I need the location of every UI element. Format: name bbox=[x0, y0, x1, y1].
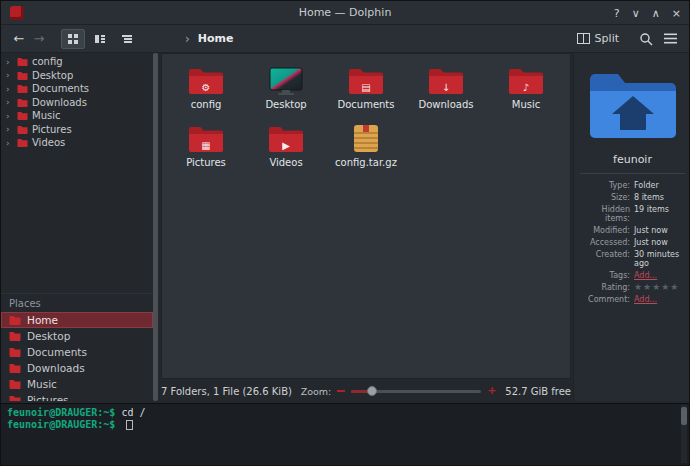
tree-item-desktop[interactable]: ›Desktop bbox=[1, 69, 153, 83]
expander-icon[interactable]: › bbox=[6, 57, 13, 67]
home-folder-icon bbox=[9, 315, 21, 325]
zoom-in-icon[interactable]: + bbox=[487, 386, 496, 396]
zoom-slider-handle[interactable] bbox=[367, 386, 377, 396]
document-emblem-icon: ▤ bbox=[327, 82, 405, 93]
details-view-button[interactable] bbox=[115, 29, 139, 49]
terminal-line: feunoir@DRAUGER:~$ bbox=[7, 419, 685, 431]
pictures-folder-icon bbox=[17, 125, 28, 134]
info-value: Folder bbox=[634, 181, 687, 190]
places-item-desktop[interactable]: Desktop bbox=[1, 328, 153, 344]
split-button[interactable]: Split bbox=[577, 32, 619, 45]
info-value: Just now bbox=[634, 226, 687, 235]
places-item-music[interactable]: Music bbox=[1, 376, 153, 392]
split-button-label: Split bbox=[595, 32, 619, 45]
places-item-label: Home bbox=[27, 314, 58, 326]
file-item-documents[interactable]: ▤ Documents bbox=[327, 62, 405, 110]
search-button[interactable] bbox=[635, 32, 657, 46]
file-name: config bbox=[167, 99, 245, 110]
places-item-label: Music bbox=[27, 378, 57, 390]
file-item-videos[interactable]: ▶ Videos bbox=[247, 120, 325, 168]
search-icon bbox=[639, 32, 653, 46]
icons-view-button[interactable] bbox=[61, 29, 85, 49]
file-item-archive[interactable]: config.tar.gz bbox=[327, 120, 405, 168]
file-name: Pictures bbox=[167, 157, 245, 168]
breadcrumb-location[interactable]: Home bbox=[198, 32, 234, 45]
expander-icon[interactable]: › bbox=[6, 124, 13, 134]
terminal-command: cd / bbox=[121, 407, 145, 418]
back-button[interactable]: ← bbox=[9, 31, 29, 46]
file-item-pictures[interactable]: ▦ Pictures bbox=[167, 120, 245, 168]
free-space: 52.7 GiB free bbox=[505, 386, 571, 397]
videos-folder-icon: ▶ bbox=[247, 120, 325, 154]
minimize-button[interactable]: ∨ bbox=[632, 7, 640, 20]
archive-icon bbox=[327, 120, 405, 154]
compact-view-button[interactable] bbox=[88, 29, 112, 49]
info-value: 30 minutes ago bbox=[634, 250, 687, 268]
tree-item-videos[interactable]: ›Videos bbox=[1, 136, 153, 150]
expander-icon[interactable]: › bbox=[6, 111, 13, 121]
file-name: Videos bbox=[247, 157, 325, 168]
places-item-documents[interactable]: Documents bbox=[1, 344, 153, 360]
documents-folder-icon: ▤ bbox=[327, 62, 405, 96]
help-button[interactable]: ? bbox=[614, 7, 620, 20]
maximize-button[interactable]: ∧ bbox=[652, 7, 660, 20]
file-item-desktop[interactable]: Desktop bbox=[247, 62, 325, 110]
folder-icon: ⚙ bbox=[167, 62, 245, 96]
items-summary: 7 Folders, 1 File (26.6 KiB) bbox=[161, 386, 292, 397]
terminal-scrollbar[interactable] bbox=[681, 407, 687, 425]
info-row-tags: Tags:Add... bbox=[574, 271, 690, 280]
folder-icon bbox=[17, 84, 28, 93]
expander-icon[interactable]: › bbox=[6, 70, 13, 80]
selected-item-name: feunoir bbox=[574, 153, 690, 166]
info-label: Modified: bbox=[578, 226, 634, 235]
places-item-label: Pictures bbox=[27, 394, 69, 401]
menu-button[interactable] bbox=[659, 33, 681, 44]
info-row-modified: Modified:Just now bbox=[574, 226, 690, 235]
pictures-folder-icon bbox=[9, 395, 21, 401]
tree-item-label: Music bbox=[32, 110, 60, 121]
tree-item-music[interactable]: ›Music bbox=[1, 109, 153, 123]
info-label: Type: bbox=[578, 181, 634, 190]
expander-icon[interactable]: › bbox=[6, 97, 13, 107]
tree-item-config[interactable]: ›config bbox=[1, 55, 153, 69]
forward-button[interactable]: → bbox=[29, 31, 49, 46]
info-row-accessed: Accessed:Just now bbox=[574, 238, 690, 247]
file-view[interactable]: ⚙ config Desktop ▤ Documents ↓ Downloads bbox=[161, 53, 571, 379]
expander-icon[interactable]: › bbox=[6, 84, 13, 94]
tree-item-documents[interactable]: ›Documents bbox=[1, 82, 153, 96]
places-item-label: Documents bbox=[27, 346, 87, 358]
places-item-label: Downloads bbox=[27, 362, 85, 374]
split-pane-icon bbox=[577, 33, 590, 44]
expander-icon[interactable]: › bbox=[6, 138, 13, 148]
file-item-downloads[interactable]: ↓ Downloads bbox=[407, 62, 485, 110]
tree-item-pictures[interactable]: ›Pictures bbox=[1, 123, 153, 137]
comment-add-link[interactable]: Add... bbox=[634, 295, 687, 304]
close-button[interactable]: × bbox=[672, 7, 681, 20]
rating-stars[interactable]: ★★★★★ bbox=[634, 283, 687, 292]
grid-icon bbox=[67, 33, 79, 45]
toolbar: ← → › Home Split bbox=[1, 25, 689, 53]
tags-add-link[interactable]: Add... bbox=[634, 271, 687, 280]
home-folder-preview-icon bbox=[587, 69, 679, 143]
folder-icon bbox=[17, 57, 28, 66]
zoom-slider[interactable] bbox=[351, 390, 481, 393]
tree-item-label: Downloads bbox=[32, 97, 87, 108]
info-row-comment: Comment:Add... bbox=[574, 295, 690, 304]
places-item-downloads[interactable]: Downloads bbox=[1, 360, 153, 376]
titlebar[interactable]: Home — Dolphin ? ∨ ∧ × bbox=[1, 1, 689, 25]
download-arrow-emblem-icon: ↓ bbox=[407, 82, 485, 93]
tree-item-downloads[interactable]: ›Downloads bbox=[1, 96, 153, 110]
file-item-config[interactable]: ⚙ config bbox=[167, 62, 245, 110]
zoom-out-icon[interactable] bbox=[337, 390, 345, 392]
file-name: Desktop bbox=[247, 99, 325, 110]
file-item-music[interactable]: ♪ Music bbox=[487, 62, 565, 110]
places-item-pictures[interactable]: Pictures bbox=[1, 392, 153, 401]
terminal-panel[interactable]: feunoir@DRAUGER:~$cd / feunoir@DRAUGER:~… bbox=[1, 403, 690, 466]
info-row-hidden: Hidden items:19 items bbox=[574, 205, 690, 223]
statusbar: 7 Folders, 1 File (26.6 KiB) Zoom: + 52.… bbox=[161, 382, 571, 400]
file-name: Music bbox=[487, 99, 565, 110]
sidebar-scrollbar[interactable] bbox=[153, 53, 158, 401]
information-panel: feunoir Type:Folder Size:8 items Hidden … bbox=[573, 53, 690, 401]
places-item-home[interactable]: Home bbox=[1, 312, 153, 328]
info-label: Size: bbox=[578, 193, 634, 202]
